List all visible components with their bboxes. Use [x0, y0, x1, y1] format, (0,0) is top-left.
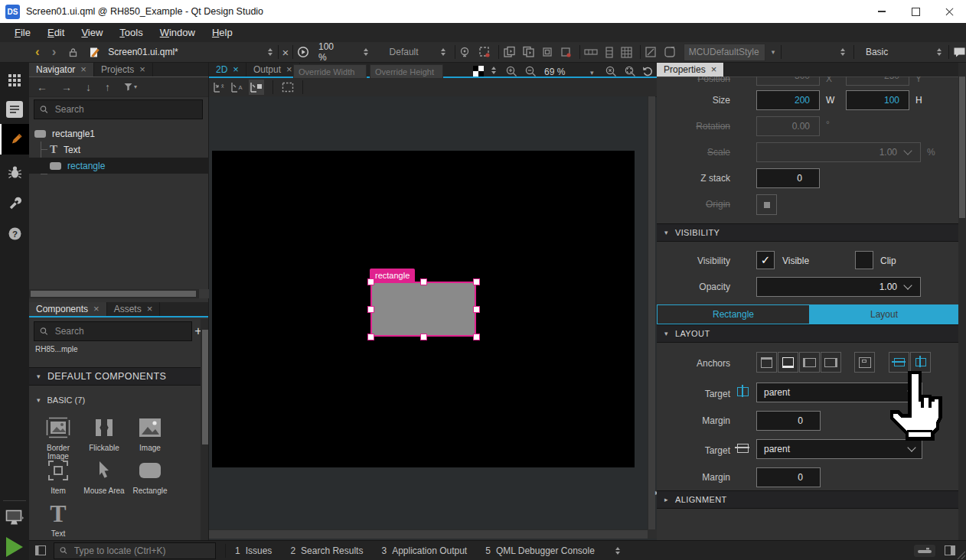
component-flickable[interactable]: Flickable — [81, 414, 127, 452]
resize-handle[interactable] — [421, 334, 426, 340]
current-file-label[interactable]: Screen01.ui.qml* — [108, 47, 178, 57]
background-spinner[interactable] — [489, 67, 498, 74]
clip-checkbox[interactable] — [855, 251, 873, 269]
edit-mode-button[interactable] — [0, 95, 29, 124]
copy-icon[interactable] — [503, 46, 516, 58]
menu-tools[interactable]: Tools — [111, 23, 151, 42]
components-search[interactable] — [34, 321, 192, 341]
origin-button[interactable] — [756, 194, 777, 215]
resize-handle[interactable] — [474, 334, 479, 340]
run-preview-icon[interactable] — [297, 46, 309, 58]
state-select[interactable] — [785, 44, 847, 60]
tab-navigator[interactable]: Navigator× — [29, 63, 94, 77]
margin2-field[interactable]: 0 — [756, 467, 821, 487]
mcu-style-select[interactable]: MCUDefaultStyle — [689, 47, 759, 57]
toggle-left-sidebar-icon[interactable] — [35, 545, 46, 555]
state-spinner[interactable] — [838, 48, 847, 56]
tab-assets[interactable]: Assets× — [107, 302, 161, 316]
preview-zoom-spinner[interactable] — [363, 48, 370, 56]
minimize-button[interactable] — [865, 0, 899, 23]
menu-edit[interactable]: Edit — [39, 23, 73, 42]
edit-document-icon[interactable] — [89, 47, 100, 58]
components-vscrollbar[interactable] — [201, 319, 209, 540]
design-mode-button[interactable] — [0, 124, 31, 155]
zoom-out-icon[interactable] — [525, 66, 537, 77]
component-border-image[interactable]: Border Image — [35, 414, 81, 461]
component-rectangle[interactable]: Rectangle — [127, 457, 173, 495]
tab-layout-properties[interactable]: Layout — [810, 304, 958, 324]
snap-position-icon[interactable]: x̂ — [214, 82, 227, 93]
component-text[interactable]: T Text — [35, 500, 81, 538]
nav-move-down-button[interactable]: ↓ — [86, 81, 91, 93]
tab-output[interactable]: Output× — [246, 63, 300, 77]
scale-combo[interactable]: 1.00 — [756, 142, 921, 162]
close-document-icon[interactable]: × — [282, 46, 289, 59]
visible-checkbox[interactable]: ✓ — [756, 251, 775, 269]
size-height-field[interactable]: 100 — [846, 90, 909, 110]
close-icon[interactable]: × — [93, 305, 100, 313]
anchor-bottom-button[interactable] — [778, 352, 798, 373]
tree-item-rectangle1[interactable]: rectangle1 — [29, 125, 209, 142]
close-icon[interactable]: × — [80, 66, 86, 73]
navigator-hscrollbar[interactable] — [29, 289, 209, 298]
back-button[interactable]: ‹ — [35, 44, 40, 60]
tab-properties[interactable]: Properties× — [657, 63, 724, 77]
close-button[interactable] — [932, 0, 966, 23]
scrollbar-thumb[interactable] — [31, 291, 196, 297]
resize-handle[interactable] — [421, 279, 426, 285]
target1-combobox[interactable]: parent — [756, 383, 922, 402]
tab-projects[interactable]: Projects× — [94, 63, 153, 77]
opacity-combo[interactable]: 1.00 — [756, 277, 921, 297]
section-basic[interactable]: ▾ BASIC (7) — [29, 392, 209, 408]
projects-mode-button[interactable] — [0, 188, 29, 217]
scrollbar-thumb[interactable] — [202, 330, 208, 444]
show-bounds-icon[interactable] — [282, 82, 294, 93]
resize-grip[interactable] — [955, 549, 965, 559]
menu-view[interactable]: View — [73, 23, 111, 42]
zoom-selection-icon[interactable] — [605, 66, 617, 77]
reset-view-icon[interactable] — [642, 66, 654, 77]
paste-icon[interactable] — [522, 46, 535, 58]
canvas-hscrollbar[interactable] — [209, 529, 648, 539]
tab-rectangle-properties[interactable]: Rectangle — [657, 304, 810, 324]
rotation-field[interactable]: 0.00 — [756, 116, 820, 136]
selected-rectangle[interactable] — [370, 282, 476, 337]
frame-delete-icon[interactable] — [560, 46, 572, 58]
output-pane-search-results[interactable]: 2Search Results — [290, 545, 363, 556]
locator-input[interactable] — [73, 545, 210, 557]
size-width-field[interactable]: 200 — [756, 90, 820, 110]
tab-2d[interactable]: 2D× — [209, 63, 246, 77]
resize-handle[interactable] — [474, 307, 479, 312]
theme-spinner[interactable] — [935, 48, 942, 56]
nav-move-left-button[interactable]: ← — [37, 81, 47, 93]
timeline-strip-icon[interactable] — [584, 47, 598, 57]
run-button[interactable] — [0, 532, 29, 560]
resize-handle[interactable] — [368, 307, 374, 312]
resize-handle[interactable] — [368, 279, 374, 285]
component-item[interactable]: Item — [35, 457, 81, 495]
rounded-frame-icon[interactable] — [664, 46, 676, 58]
output-pane-application-output[interactable]: 3Application Output — [381, 545, 467, 556]
override-height-input[interactable] — [370, 64, 443, 79]
output-pane-spinner[interactable] — [613, 547, 622, 555]
output-pane-qml-debugger[interactable]: 5QML Debugger Console — [485, 545, 595, 556]
nav-move-right-button[interactable]: → — [61, 81, 72, 93]
debug-mode-button[interactable] — [0, 158, 29, 187]
menu-file[interactable]: File — [6, 23, 39, 42]
filter-icon[interactable]: ▾ — [124, 83, 137, 91]
forward-button[interactable]: › — [52, 44, 57, 60]
export-frame-icon[interactable] — [478, 46, 491, 58]
resize-handle[interactable] — [368, 334, 374, 340]
section-layout[interactable]: ▾ LAYOUT — [657, 324, 958, 343]
maximize-button[interactable] — [899, 0, 932, 23]
edit-annotation-icon[interactable] — [645, 46, 657, 58]
scrollbar-thumb[interactable] — [959, 77, 965, 218]
navigator-search-input[interactable] — [54, 103, 197, 116]
section-visibility[interactable]: ▾ VISIBILITY — [657, 223, 958, 242]
target2-combobox[interactable]: parent — [756, 439, 922, 459]
anchor-left-button[interactable] — [799, 352, 820, 373]
anchor-horizontal-center-button[interactable] — [910, 352, 931, 373]
feedback-bubble-icon[interactable] — [953, 47, 966, 58]
canvas-viewport[interactable]: rectangle — [209, 96, 648, 529]
output-pane-issues[interactable]: 1Issues — [235, 545, 272, 556]
